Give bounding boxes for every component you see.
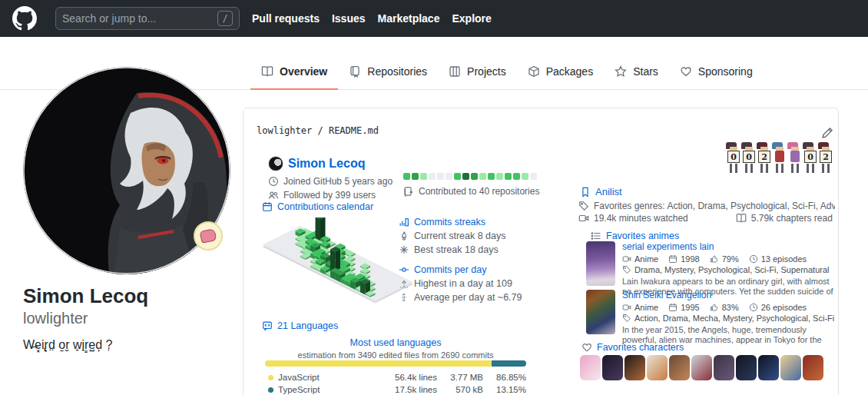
language-lines: 17.5k lines — [376, 385, 437, 394]
languages-estimation-text: estimation from 3490 edited files from 2… — [265, 350, 526, 360]
tag-icon — [622, 314, 631, 323]
pixel-figure — [772, 142, 787, 173]
language-size: 3.77 MB — [437, 373, 483, 382]
asterisk-icon — [399, 244, 409, 255]
bar-chart-icon — [399, 217, 409, 227]
character-thumbnail[interactable] — [580, 355, 601, 380]
nav-link-pull-requests[interactable]: Pull requests — [252, 12, 320, 25]
tab-repositories[interactable]: Repositories — [338, 54, 438, 89]
anime-title-link[interactable]: serial experiments lain — [622, 241, 714, 252]
character-thumbnail[interactable] — [647, 355, 668, 380]
chapters-read-text: 5.79k chapters read — [751, 213, 833, 224]
character-thumbnail[interactable] — [803, 355, 823, 380]
favorite-characters-row — [580, 355, 823, 380]
top-navbar: Search or jump to... / Pull requests Iss… — [0, 0, 868, 37]
character-thumbnail[interactable] — [714, 355, 734, 380]
character-thumbnail[interactable] — [602, 355, 623, 380]
github-logo-icon[interactable] — [12, 6, 37, 31]
pixel-figure-digit: 2 — [758, 151, 770, 163]
anime-title-link[interactable]: Shin Seiki Evangelion — [622, 290, 711, 300]
pixel-figure: 0 — [726, 142, 741, 173]
search-input[interactable]: Search or jump to... / — [55, 7, 240, 30]
video-icon — [578, 213, 589, 224]
nav-link-issues[interactable]: Issues — [332, 12, 366, 25]
current-streak-text: Current streak 8 days — [414, 231, 506, 241]
character-thumbnail[interactable] — [780, 355, 801, 380]
status-emoji — [200, 228, 217, 244]
character-thumbnail[interactable] — [669, 355, 690, 380]
readme-user-link[interactable]: Simon Lecoq — [288, 157, 365, 171]
pixel-figure-digit: 2 — [820, 151, 832, 163]
contributions-block: Contributed to 40 repositories — [403, 173, 539, 197]
pixel-figure — [787, 142, 803, 173]
anime-tags: Drama, Mystery, Psychological, Sci-Fi, S… — [622, 265, 835, 274]
edit-pencil-icon[interactable] — [821, 127, 833, 139]
pixel-figure: 0 — [741, 142, 757, 173]
tab-sponsoring[interactable]: Sponsoring — [669, 54, 764, 89]
average-dashed-icon — [399, 292, 409, 303]
profile-username: lowlighter — [23, 310, 238, 327]
anilist-genres-text: Favorites genres: Action, Drama, Psychol… — [594, 201, 835, 211]
character-thumbnail[interactable] — [624, 355, 645, 380]
language-row: TypeScript 17.5k lines 570 kB 13.15% — [265, 383, 526, 395]
tab-label: Projects — [467, 65, 506, 78]
nav-link-explore[interactable]: Explore — [452, 12, 491, 25]
calendar-icon — [668, 303, 678, 312]
nav-link-marketplace[interactable]: Marketplace — [378, 12, 440, 25]
followers-text: Followed by 399 users — [283, 190, 376, 201]
tab-projects[interactable]: Projects — [438, 54, 517, 89]
contribution-square — [471, 173, 478, 180]
bookmark-icon — [580, 187, 591, 198]
tab-label: Overview — [280, 65, 327, 78]
language-percent: 86.85% — [483, 373, 526, 382]
contribution-square — [403, 173, 410, 180]
clock-icon — [749, 303, 758, 312]
contributions-isometric-chart — [262, 217, 412, 313]
character-thumbnail[interactable] — [736, 355, 757, 380]
pixel-figure-digit: 0 — [727, 151, 740, 163]
commits-streaks-link[interactable]: Commits streaks — [414, 217, 485, 227]
contribution-square — [420, 173, 427, 180]
tab-label: Stars — [633, 65, 658, 78]
readme-path: lowlighter / README.md — [257, 125, 379, 136]
contributed-repos-text: Contributed to 40 repositories — [419, 186, 539, 197]
joined-text: Joined GitHub 5 years ago — [283, 176, 393, 187]
profile-avatar[interactable] — [23, 67, 230, 274]
anime-thumbnail[interactable] — [586, 241, 615, 286]
pixel-figure: 2 — [757, 142, 772, 173]
tab-label: Packages — [546, 65, 593, 78]
contribution-square — [446, 173, 452, 180]
tab-label: Repositories — [367, 65, 427, 78]
contribution-square — [530, 173, 537, 180]
contribution-squares — [403, 173, 539, 180]
language-name: JavaScript — [278, 373, 376, 382]
language-name: TypeScript — [278, 385, 376, 394]
anilist-stats: 19.4k minutes watched 5.79k chapters rea… — [578, 213, 835, 224]
languages-link[interactable]: 21 Languages — [262, 320, 338, 331]
book-icon — [261, 65, 273, 78]
tab-packages[interactable]: Packages — [517, 54, 604, 89]
anime-meta: Anime 1995 83% 26 episodes — [622, 303, 835, 312]
anilist-link[interactable]: Anilist — [595, 186, 622, 198]
language-bar-segment — [492, 360, 526, 367]
favorites-characters-link[interactable]: Favorites characters — [597, 342, 684, 353]
language-bar-segment — [265, 360, 492, 367]
most-used-languages-link[interactable]: Most used languages — [350, 337, 442, 348]
thumbs-up-icon — [710, 254, 719, 264]
contributions-calendar-label: Contributions calendar — [277, 201, 373, 212]
calendar-icon — [668, 254, 678, 264]
character-thumbnail[interactable] — [691, 355, 712, 380]
code-bubble-icon — [262, 320, 273, 331]
navbar-links: Pull requests Issues Marketplace Explore — [252, 12, 492, 25]
commits-per-day-link[interactable]: Commits per day — [414, 264, 486, 275]
contribution-square — [496, 173, 503, 180]
language-dot — [268, 387, 273, 393]
profile-full-name: Simon Lecoq — [23, 284, 238, 308]
tab-stars[interactable]: Stars — [604, 54, 669, 89]
language-percent: 13.15% — [483, 385, 526, 394]
contributions-calendar-link[interactable]: Contributions calendar — [262, 201, 373, 212]
anime-thumbnail[interactable] — [586, 290, 615, 334]
status-emoji-badge[interactable] — [194, 221, 223, 251]
tab-overview[interactable]: Overview — [250, 54, 338, 89]
character-thumbnail[interactable] — [758, 355, 779, 380]
